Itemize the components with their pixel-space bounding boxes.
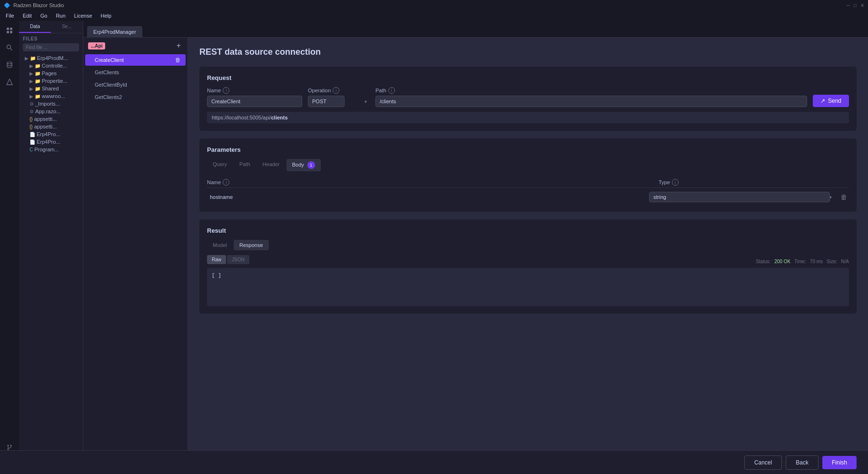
param-tab-header[interactable]: Header	[257, 159, 286, 171]
dialog-title: REST data source connection	[199, 47, 857, 57]
activity-search[interactable]	[2, 40, 17, 55]
app-title: Radzen Blazor Studio	[13, 2, 64, 8]
menu-go[interactable]: Go	[37, 12, 51, 20]
menubar: File Edit Go Run License Help	[0, 10, 868, 21]
sidebar-tab-data[interactable]: Data	[19, 21, 51, 33]
tree-item-erp4prod1[interactable]: 📄 Erp4Pro...	[19, 130, 83, 138]
name-label: Name i	[207, 87, 302, 94]
tree-item-pages[interactable]: ▶ 📁 Pages	[19, 69, 83, 77]
delete-createclient-button[interactable]: 🗑	[175, 57, 181, 63]
params-tabs: Query Path Header Body 1	[207, 159, 849, 171]
editor-tab-erp4prodmanager[interactable]: Erp4ProdManager	[87, 26, 142, 37]
operation-select[interactable]: POST GET PUT DELETE PATCH	[308, 96, 345, 107]
subtab-json[interactable]: JSON	[227, 255, 249, 264]
activity-deploy[interactable]	[2, 74, 17, 89]
files-section-title: FILES	[23, 36, 79, 41]
send-icon: ↗	[820, 98, 825, 104]
url-display: https://localhost:5005/api/clients	[207, 112, 849, 123]
file-tree: ▶ 📁 Erp4ProdM... ▶ 📁 Controlle... ▶ 📁 Pa…	[19, 54, 83, 153]
menu-file[interactable]: File	[2, 12, 18, 20]
path-label: Path i	[375, 87, 807, 94]
size-value: N/A	[841, 259, 849, 264]
tree-item-erp4prodmanager[interactable]: ▶ 📁 Erp4ProdM...	[19, 54, 83, 62]
result-title: Result	[207, 227, 849, 234]
menu-license[interactable]: License	[70, 12, 96, 20]
endpoint-item-getclientbyid[interactable]: GetClientById 🗑	[85, 79, 186, 90]
subtab-raw[interactable]: Raw	[207, 255, 226, 264]
dialog-panel: REST data source connection Request Name…	[188, 38, 868, 474]
tree-item-app-razor[interactable]: ⚙ App.razo...	[19, 108, 83, 115]
endpoint-item-getclients2[interactable]: GetClients2 🗑	[85, 91, 186, 103]
menu-help[interactable]: Help	[97, 12, 116, 20]
sidebar: Data Se... FILES ▶ 📁 Erp4ProdM... ▶ 📁 Co…	[19, 21, 83, 474]
main-content: Erp4ProdManager ...Api + CreateClient 🗑 …	[83, 21, 868, 474]
activity-explorer[interactable]	[2, 23, 17, 38]
svg-rect-0	[7, 28, 9, 30]
request-section: Request Name i Operation	[199, 67, 857, 131]
result-tabs: Model Response	[207, 240, 849, 250]
add-endpoint-button[interactable]: +	[175, 41, 183, 50]
svg-line-5	[10, 49, 12, 50]
name-col-info-icon[interactable]: i	[223, 179, 229, 186]
svg-point-7	[8, 445, 9, 446]
tree-item-properties[interactable]: ▶ 📁 Propertie...	[19, 77, 83, 85]
menu-run[interactable]: Run	[52, 12, 69, 20]
operation-info-icon[interactable]: i	[333, 87, 339, 94]
param-tab-path[interactable]: Path	[234, 159, 256, 171]
operation-field-group: Operation i POST GET PUT DELETE PATCH	[308, 87, 370, 107]
sidebar-tab-security[interactable]: Se...	[51, 21, 83, 33]
param-name-hostname[interactable]	[207, 192, 645, 202]
tree-item-erp4prod2[interactable]: 📄 Erp4Pro...	[19, 138, 83, 146]
svg-rect-3	[10, 31, 12, 33]
svg-point-9	[10, 445, 12, 446]
request-title: Request	[207, 74, 849, 81]
tree-item-imports[interactable]: ⚙ _Imports...	[19, 100, 83, 108]
titlebar: 🔷 Radzen Blazor Studio ─□✕	[0, 0, 868, 10]
tree-item-shared[interactable]: ▶ 📁 Shared	[19, 85, 83, 92]
type-col-info-icon[interactable]: i	[672, 179, 679, 186]
tree-item-wwwroot[interactable]: ▶ 📁 wwwroo...	[19, 92, 83, 100]
window-controls[interactable]: ─□✕	[847, 3, 864, 8]
request-fields: Name i Operation i	[207, 87, 849, 107]
response-subtabs-row: Raw JSON Status: 200 OK Time: 70 ms Size…	[207, 255, 849, 268]
name-input[interactable]	[207, 96, 302, 107]
param-type-hostname[interactable]: string integer boolean number array obje…	[649, 192, 830, 202]
path-input[interactable]	[375, 96, 807, 107]
menu-edit[interactable]: Edit	[19, 12, 36, 20]
activity-data[interactable]	[2, 57, 17, 72]
size-label: Size:	[827, 259, 837, 264]
param-tab-body[interactable]: Body 1	[286, 159, 321, 171]
tree-item-controllers[interactable]: ▶ 📁 Controlle...	[19, 62, 83, 69]
path-info-icon[interactable]: i	[388, 87, 395, 94]
send-button[interactable]: ↗ Send	[813, 95, 849, 107]
response-body: [ ]	[207, 268, 849, 306]
name-info-icon[interactable]: i	[223, 87, 229, 94]
endpoint-item-getclients[interactable]: GetClients 🗑	[85, 67, 186, 78]
name-field-group: Name i	[207, 87, 302, 107]
result-tab-model[interactable]: Model	[207, 240, 233, 250]
find-file-input[interactable]	[23, 43, 79, 51]
dialog-footer: Cancel Back Finish	[0, 450, 868, 474]
tree-item-appsettings2[interactable]: {} appsetti...	[19, 123, 83, 130]
param-delete-hostname[interactable]: 🗑	[838, 193, 849, 201]
result-tab-response[interactable]: Response	[234, 240, 269, 250]
endpoint-item-createclient[interactable]: CreateClient 🗑	[85, 54, 186, 66]
cancel-button[interactable]: Cancel	[744, 455, 782, 470]
operation-label: Operation i	[308, 87, 370, 94]
back-button[interactable]: Back	[786, 455, 819, 470]
name-col-header: Name i	[207, 179, 659, 186]
svg-rect-2	[7, 31, 9, 33]
type-col-header: Type i	[659, 179, 849, 186]
time-label: Time:	[794, 259, 806, 264]
content-area: ...Api + CreateClient 🗑 GetClients 🗑 Get…	[83, 38, 868, 474]
response-meta: Status: 200 OK Time: 70 ms Size: N/A	[756, 259, 849, 264]
svg-rect-1	[10, 28, 12, 30]
param-tab-query[interactable]: Query	[207, 159, 233, 171]
tree-item-program[interactable]: C Program...	[19, 146, 83, 153]
time-value: 70 ms	[810, 259, 823, 264]
finish-button[interactable]: Finish	[822, 456, 857, 469]
params-table: Name i Type i st	[207, 177, 849, 204]
response-subtabs: Raw JSON	[207, 255, 249, 264]
tree-item-appsettings1[interactable]: {} appsetti...	[19, 115, 83, 123]
parameters-title: Parameters	[207, 146, 849, 153]
